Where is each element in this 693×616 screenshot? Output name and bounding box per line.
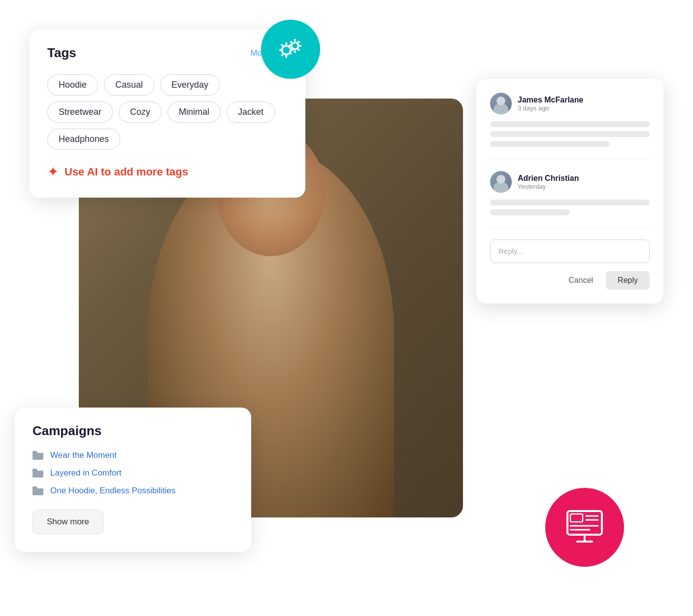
commenter-name-2: Adrien Christian xyxy=(518,174,579,183)
svg-point-1 xyxy=(292,42,298,49)
comment-meta-2: Adrien Christian Yesterday xyxy=(518,174,579,190)
reply-placeholder: Reply... xyxy=(498,247,523,255)
ai-cta-text: Use AI to add more tags xyxy=(65,166,188,178)
avatar-james xyxy=(490,93,512,114)
campaign-list: Wear the Moment Layered in Comfort One H… xyxy=(33,450,233,496)
tags-title: Tags xyxy=(47,45,76,61)
tag-pill[interactable]: Headphones xyxy=(47,129,120,150)
folder-icon xyxy=(33,486,43,495)
comment-header-1: James McFarlane 3 days ago xyxy=(490,93,650,114)
campaign-link[interactable]: One Hoodie, Endless Possibilities xyxy=(50,486,175,496)
reply-button[interactable]: Reply xyxy=(606,271,650,290)
reply-input-wrapper[interactable]: Reply... xyxy=(490,240,650,263)
campaign-link[interactable]: Layered in Comfort xyxy=(50,468,122,478)
comments-actions: Cancel Reply xyxy=(490,271,650,290)
folder-icon xyxy=(33,469,43,478)
campaign-item[interactable]: One Hoodie, Endless Possibilities xyxy=(33,486,233,496)
comment-lines-1 xyxy=(490,121,650,147)
gear-circle xyxy=(261,20,320,79)
monitor-icon xyxy=(562,505,607,549)
campaigns-card: Campaigns Wear the Moment Layered in Com… xyxy=(15,408,251,552)
gear-icon xyxy=(273,32,308,67)
tags-grid: HoodieCasualEverydayStreetwearCozyMinima… xyxy=(47,74,288,150)
scene: Tags More tags HoodieCasualEverydayStree… xyxy=(0,0,693,616)
comment-lines-2 xyxy=(490,200,650,215)
campaigns-title: Campaigns xyxy=(33,423,233,439)
campaign-item[interactable]: Wear the Moment xyxy=(33,450,233,460)
comment-header-2: Adrien Christian Yesterday xyxy=(490,171,650,193)
comment-item-2: Adrien Christian Yesterday xyxy=(490,171,650,228)
comment-line xyxy=(490,209,570,215)
commenter-name-1: James McFarlane xyxy=(518,96,583,104)
comment-time-2: Yesterday xyxy=(518,183,579,190)
tag-pill[interactable]: Minimal xyxy=(167,102,221,123)
campaign-item[interactable]: Layered in Comfort xyxy=(33,468,233,478)
tag-pill[interactable]: Streetwear xyxy=(47,102,113,123)
comment-meta-1: James McFarlane 3 days ago xyxy=(518,96,583,112)
tag-pill[interactable]: Everyday xyxy=(160,74,220,96)
tag-pill[interactable]: Cozy xyxy=(119,102,162,123)
tag-pill[interactable]: Jacket xyxy=(227,102,275,123)
folder-icon xyxy=(33,451,43,460)
ai-cta-button[interactable]: ✦ Use AI to add more tags xyxy=(47,164,288,180)
comments-card: James McFarlane 3 days ago Adrien Christ… xyxy=(476,79,663,304)
show-more-button[interactable]: Show more xyxy=(33,510,103,534)
comment-line xyxy=(490,200,650,205)
cancel-button[interactable]: Cancel xyxy=(562,272,599,289)
comment-line xyxy=(490,131,650,137)
svg-rect-3 xyxy=(570,514,583,522)
tags-header: Tags More tags xyxy=(47,45,288,61)
ai-sparkle-icon: ✦ xyxy=(47,164,59,180)
comment-item-1: James McFarlane 3 days ago xyxy=(490,93,650,159)
tag-pill[interactable]: Hoodie xyxy=(47,74,98,96)
avatar-adrien xyxy=(490,171,512,193)
tag-pill[interactable]: Casual xyxy=(104,74,154,96)
comment-line xyxy=(490,141,610,147)
comment-line xyxy=(490,121,650,127)
monitor-circle xyxy=(545,488,624,567)
comment-time-1: 3 days ago xyxy=(518,104,583,112)
campaign-link[interactable]: Wear the Moment xyxy=(50,450,117,460)
